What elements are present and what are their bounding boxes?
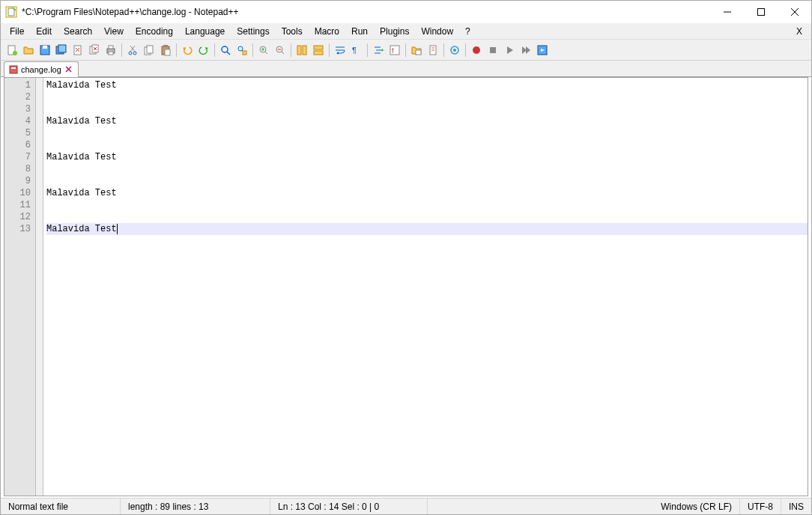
editor-line[interactable]: Malavida Test	[46, 79, 808, 91]
copy-icon[interactable]	[141, 42, 157, 58]
sync-v-icon[interactable]	[294, 42, 310, 58]
svg-rect-26	[147, 46, 153, 53]
menu-run[interactable]: Run	[345, 25, 374, 38]
menu-window[interactable]: Window	[415, 25, 459, 38]
status-length-lines: length : 89 lines : 13	[121, 499, 270, 514]
menu-edit[interactable]: Edit	[30, 25, 58, 38]
doc-icon[interactable]	[425, 42, 441, 58]
wordwrap-icon[interactable]	[332, 42, 348, 58]
cut-icon[interactable]	[124, 42, 141, 58]
editor-line[interactable]: Malavida Test	[46, 151, 808, 163]
text-editor[interactable]: Malavida TestMalavida TestMalavida TestM…	[43, 78, 808, 496]
window-title: *C:\Program Files\Notepad++\change.log -…	[22, 7, 710, 17]
editor-line[interactable]: Malavida Test	[46, 115, 808, 127]
undo-icon[interactable]	[179, 42, 196, 58]
status-eol[interactable]: Windows (CR LF)	[653, 499, 740, 514]
editor-line[interactable]	[46, 211, 808, 223]
menu-file[interactable]: File	[4, 25, 30, 38]
svg-rect-29	[165, 49, 170, 55]
svg-rect-44	[314, 46, 323, 49]
svg-rect-54	[416, 50, 421, 55]
lang-icon[interactable]: f	[387, 42, 403, 58]
line-number: 3	[4, 103, 31, 115]
line-numbers: 12345678910111213	[4, 78, 36, 496]
close-button[interactable]	[778, 1, 811, 23]
menu-plugins[interactable]: Plugins	[374, 25, 415, 38]
new-file-icon[interactable]	[4, 42, 20, 58]
sync-h-icon[interactable]	[310, 42, 327, 58]
menu-encoding[interactable]: Encoding	[130, 25, 179, 38]
folder-icon[interactable]	[408, 42, 425, 58]
titlebar: *C:\Program Files\Notepad++\change.log -…	[1, 1, 811, 23]
svg-point-59	[453, 49, 456, 52]
print-icon[interactable]	[103, 42, 119, 58]
menu-view[interactable]: View	[98, 25, 130, 38]
tab-file-icon	[9, 65, 18, 74]
play-icon[interactable]	[501, 42, 518, 58]
editor-line[interactable]	[46, 103, 808, 115]
editor-line[interactable]: Malavida Test	[46, 187, 808, 199]
zoom-in-icon[interactable]	[255, 42, 272, 58]
svg-point-6	[13, 51, 17, 55]
line-number: 5	[4, 127, 31, 139]
menu-tools[interactable]: Tools	[276, 25, 309, 38]
menubar-close-doc[interactable]: X	[790, 25, 808, 38]
tabbar: change.log	[1, 61, 811, 77]
fold-margin	[36, 78, 43, 496]
status-mode[interactable]: INS	[781, 499, 811, 514]
tab-close-icon[interactable]	[64, 65, 73, 74]
zoom-out-icon[interactable]	[272, 42, 288, 58]
toolbar-separator	[252, 43, 253, 57]
svg-rect-19	[109, 46, 113, 49]
status-encoding[interactable]: UTF-8	[740, 499, 781, 514]
line-number: 2	[4, 91, 31, 103]
redo-icon[interactable]	[196, 42, 212, 58]
editor-line[interactable]	[46, 199, 808, 211]
svg-line-31	[227, 52, 230, 55]
editor-line[interactable]	[46, 127, 808, 139]
editor-line[interactable]	[46, 163, 808, 175]
caret	[117, 224, 118, 234]
toolbar-separator	[465, 43, 466, 57]
line-number: 10	[4, 187, 31, 199]
save-macro-icon[interactable]	[534, 42, 551, 58]
paste-icon[interactable]	[157, 42, 174, 58]
editor-line[interactable]	[46, 175, 808, 187]
svg-rect-2	[757, 9, 764, 16]
maximize-button[interactable]	[744, 1, 778, 23]
play-multi-icon[interactable]	[518, 42, 534, 58]
record-icon[interactable]	[468, 42, 485, 58]
status-position: Ln : 13 Col : 14 Sel : 0 | 0	[270, 499, 428, 514]
close-icon[interactable]	[70, 42, 86, 58]
menu-macro[interactable]: Macro	[309, 25, 345, 38]
replace-icon[interactable]	[234, 42, 250, 58]
svg-rect-64	[11, 67, 16, 69]
editor-line[interactable]: Malavida Test	[46, 223, 808, 235]
svg-rect-63	[10, 66, 17, 73]
toolbar-separator	[121, 43, 122, 57]
stop-icon[interactable]	[485, 42, 501, 58]
tab-change-log[interactable]: change.log	[4, 61, 79, 77]
minimize-button[interactable]	[710, 1, 744, 23]
app-icon	[5, 6, 17, 18]
save-all-icon[interactable]	[53, 42, 70, 58]
menu-language[interactable]: Language	[179, 25, 231, 38]
toolbar-separator	[329, 43, 330, 57]
find-icon[interactable]	[217, 42, 234, 58]
app-window: *C:\Program Files\Notepad++\change.log -…	[0, 0, 812, 515]
line-number: 7	[4, 151, 31, 163]
indent-guide-icon[interactable]	[370, 42, 387, 58]
allchars-icon[interactable]: ¶	[348, 42, 365, 58]
editor-line[interactable]	[46, 91, 808, 103]
svg-point-30	[222, 46, 228, 52]
close-all-icon[interactable]	[86, 42, 103, 58]
monitor-icon[interactable]	[446, 42, 463, 58]
editor-line[interactable]	[46, 139, 808, 151]
menu-search[interactable]: Search	[58, 25, 98, 38]
svg-rect-34	[243, 51, 246, 55]
svg-rect-45	[314, 51, 323, 55]
menu-settings[interactable]: Settings	[231, 25, 275, 38]
open-file-icon[interactable]	[20, 42, 37, 58]
menu-help[interactable]: ?	[459, 25, 476, 38]
save-icon[interactable]	[37, 42, 53, 58]
